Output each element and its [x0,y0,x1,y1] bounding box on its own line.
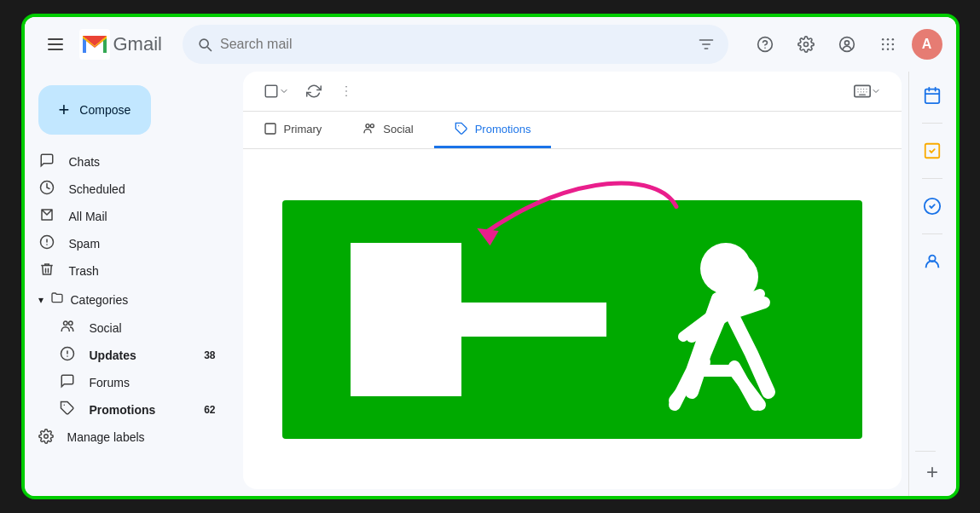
gmail-m-icon [79,29,110,60]
exit-sign-image [282,200,862,439]
social-tab-label: Social [383,123,413,135]
sidebar-item-all-mail[interactable]: All Mail [25,203,229,230]
main-layout: + Compose Chats Scheduled All M [25,72,956,496]
svg-point-17 [891,43,894,46]
grid-dots-icon [879,36,896,53]
sidebar-item-chats[interactable]: Chats [25,148,229,176]
categories-chevron-icon: ▾ [38,294,43,306]
svg-point-38 [366,124,369,128]
sidebar-item-promotions[interactable]: Promotions 62 [25,396,229,424]
primary-tab-label: Primary [284,123,322,135]
all-mail-icon [38,207,55,227]
svg-point-9 [803,43,808,47]
checkbox-icon [264,84,279,99]
help-icon [757,36,774,53]
chats-icon [38,153,55,172]
compose-label: Compose [79,103,130,117]
search-bar [183,25,728,64]
gmail-logo: Gmail [79,29,162,60]
tab-social[interactable]: Social [342,112,433,148]
settings-button[interactable] [789,27,823,61]
tab-promotions[interactable]: Promotions [434,112,552,148]
refresh-button[interactable] [299,78,328,104]
search-input[interactable] [220,37,691,52]
right-panel-calendar-icon[interactable] [915,78,949,112]
trash-icon [38,262,55,281]
topbar-right: A [748,27,942,61]
email-tabs: Primary Social Promotions [243,112,902,149]
trash-label: Trash [69,264,216,278]
manage-labels-item[interactable]: Manage labels [25,424,243,451]
manage-labels-label: Manage labels [67,430,145,444]
sidebar-item-spam[interactable]: Spam [25,230,229,257]
svg-point-35 [345,95,347,97]
content-body [243,149,902,489]
social-sub-label: Social [90,321,216,335]
right-panel: + [908,72,956,496]
sidebar-item-trash[interactable]: Trash [25,257,229,285]
right-panel-contacts-icon[interactable] [915,245,949,279]
compose-button[interactable]: + Compose [38,85,152,135]
checkbox-dropdown-icon [279,86,289,96]
right-panel-separator-1 [922,123,942,124]
right-panel-check-icon[interactable] [915,189,949,223]
avatar[interactable]: A [912,29,942,60]
settings-gear-icon [797,36,815,53]
account-circle-icon [838,36,855,53]
svg-point-11 [844,41,849,45]
more-options-button[interactable] [332,78,361,104]
tab-primary[interactable]: Primary [243,112,343,148]
right-panel-separator-4 [915,451,936,452]
svg-point-18 [881,49,884,51]
forums-label: Forums [90,376,216,389]
updates-count: 38 [204,349,215,361]
svg-point-25 [63,321,67,326]
svg-point-19 [886,49,889,51]
categories-section[interactable]: ▾ Categories [25,285,243,314]
compose-plus-icon: + [59,99,70,121]
menu-button[interactable] [38,27,72,61]
svg-point-29 [67,355,67,356]
search-tune-icon[interactable] [698,36,715,53]
toolbar [243,72,902,112]
app-window: Gmail [21,14,960,499]
categories-label: Categories [71,293,129,307]
svg-point-12 [881,38,884,41]
svg-point-26 [68,321,72,326]
spam-icon [38,234,55,254]
promotions-label: Promotions [90,403,191,417]
right-panel-add-button[interactable]: + [915,455,949,489]
account-button[interactable] [830,27,864,61]
scheduled-icon [38,180,55,199]
sidebar-item-social[interactable]: Social [25,314,229,342]
categories-folder-icon [50,291,64,308]
spam-label: Spam [69,237,216,251]
refresh-icon [306,84,322,99]
promotions-tab-icon [455,122,468,135]
forums-icon [59,373,76,393]
chats-label: Chats [69,155,216,169]
sidebar-item-updates[interactable]: Updates 38 [25,342,229,369]
keyboard-button[interactable] [847,79,888,103]
right-panel-tasks-icon[interactable] [915,134,949,168]
svg-rect-5 [83,36,107,38]
help-button[interactable] [748,27,782,61]
sidebar-item-forums[interactable]: Forums [25,369,229,396]
svg-point-31 [43,434,48,438]
manage-labels-icon [38,429,54,447]
svg-rect-37 [265,124,275,134]
right-panel-bottom: + [915,447,949,489]
svg-point-24 [46,244,47,245]
svg-point-13 [886,38,889,41]
svg-rect-47 [925,89,940,104]
svg-point-16 [886,43,889,46]
svg-point-45 [710,253,758,301]
keyboard-dropdown-icon [871,86,881,96]
search-icon [196,36,213,53]
more-vertical-icon [339,84,354,99]
updates-label: Updates [90,349,191,362]
sidebar-item-scheduled[interactable]: Scheduled [25,176,229,203]
select-checkbox-button[interactable] [257,78,296,104]
svg-point-8 [764,48,765,49]
apps-button[interactable] [871,27,905,61]
